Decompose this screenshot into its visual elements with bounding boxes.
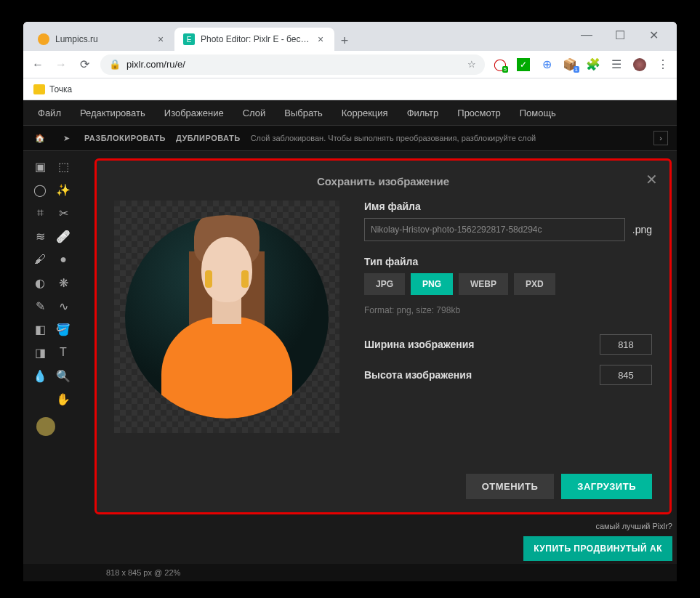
type-jpg-button[interactable]: JPG <box>364 273 405 295</box>
blur-tool-icon[interactable]: ● <box>52 249 74 270</box>
arrow-tool-icon[interactable]: ➤ <box>58 130 74 146</box>
close-icon[interactable]: × <box>315 34 326 44</box>
tab-pixlr[interactable]: E Photo Editor: Pixlr E - бесплатны × <box>174 28 334 51</box>
move-tool-icon[interactable]: ▣ <box>29 155 51 177</box>
bookmark-item[interactable]: Точка <box>49 84 72 94</box>
url-input[interactable]: 🔒 pixlr.com/ru/e/ ☆ <box>100 54 485 75</box>
ext-icon[interactable]: ⊕ <box>540 58 553 71</box>
menubar: Файл Редактировать Изображение Слой Выбр… <box>23 100 677 125</box>
lasso-tool-icon[interactable]: ◯ <box>29 179 51 201</box>
close-icon[interactable]: × <box>156 34 166 44</box>
chevron-right-icon[interactable]: › <box>653 131 668 145</box>
unlock-button[interactable]: РАЗБЛОКИРОВАТЬ <box>84 134 166 142</box>
forward-icon[interactable]: → <box>54 57 68 72</box>
filename-input[interactable] <box>364 218 625 241</box>
favicon-icon <box>38 33 49 45</box>
marquee-tool-icon[interactable]: ⬚ <box>52 155 74 177</box>
reload-icon[interactable]: ⟳ <box>77 57 92 72</box>
window-controls: — ☐ ✕ <box>576 25 671 51</box>
height-label: Высота изображения <box>364 369 472 381</box>
filetype-buttons: JPG PNG WEBP PXD <box>364 273 652 295</box>
minimize-icon[interactable]: — <box>576 25 597 45</box>
image-preview <box>114 201 339 433</box>
reading-list-icon[interactable]: ☰ <box>610 58 623 71</box>
menu-edit[interactable]: Редактировать <box>80 108 145 118</box>
menu-file[interactable]: Файл <box>38 108 61 118</box>
gradient-tool-icon[interactable]: ◨ <box>29 342 51 363</box>
avatar-icon[interactable] <box>633 58 646 71</box>
lock-message: Слой заблокирован. Чтобы выполнять преоб… <box>251 134 536 142</box>
promo-text: самый лучший Pixlr? <box>523 522 672 530</box>
hand-tool-icon[interactable]: ✋ <box>52 388 74 410</box>
tab-title: Lumpics.ru <box>55 34 150 44</box>
canvas-info: 818 x 845 px @ 22% <box>106 568 180 577</box>
folder-icon <box>33 84 45 94</box>
fill-tool-icon[interactable]: 🪣 <box>52 318 74 340</box>
eraser-tool-icon[interactable]: ◧ <box>29 318 51 340</box>
menu-select[interactable]: Выбрать <box>284 108 322 118</box>
type-pxd-button[interactable]: PXD <box>514 273 555 295</box>
close-window-icon[interactable]: ✕ <box>643 25 664 45</box>
color-swatch[interactable] <box>36 417 55 436</box>
lock-icon: 🔒 <box>109 59 121 70</box>
brush-tool-icon[interactable]: 🖌 <box>29 249 51 270</box>
bookmarks-bar: Точка <box>23 78 677 100</box>
menu-image[interactable]: Изображение <box>164 108 224 118</box>
cancel-button[interactable]: ОТМЕНИТЬ <box>466 474 555 499</box>
heal-tool-icon[interactable]: 🩹 <box>52 225 74 247</box>
dodge-tool-icon[interactable]: ◐ <box>29 272 51 294</box>
ext-icon[interactable]: 📦1 <box>563 58 576 71</box>
sponge-tool-icon[interactable]: ❋ <box>52 272 74 294</box>
eyedropper-tool-icon[interactable]: 💧 <box>29 365 51 387</box>
wand-tool-icon[interactable]: ✨ <box>52 179 74 201</box>
type-webp-button[interactable]: WEBP <box>459 273 508 295</box>
menu-filter[interactable]: Фильтр <box>407 108 439 118</box>
maximize-icon[interactable]: ☐ <box>610 25 630 45</box>
text-tool-icon[interactable]: T <box>52 342 74 363</box>
status-bar: 818 x 845 px @ 22% <box>23 564 677 581</box>
titlebar: Lumpics.ru × E Photo Editor: Pixlr E - б… <box>23 22 677 51</box>
star-icon[interactable]: ☆ <box>467 59 476 70</box>
close-icon[interactable]: ✕ <box>645 171 658 188</box>
menu-layer[interactable]: Слой <box>243 108 266 118</box>
new-tab-button[interactable]: + <box>334 31 355 51</box>
extensions: ◯5 ✓ ⊕ 📦1 🧩 ☰ ⋮ <box>494 58 669 71</box>
promo-banner: самый лучший Pixlr? КУПИТЬ ПРОДВИНУТЫЙ А… <box>523 522 672 561</box>
download-button[interactable]: ЗАГРУЗИТЬ <box>561 474 652 499</box>
home-icon[interactable]: 🏠 <box>32 130 48 146</box>
height-input[interactable] <box>600 365 652 385</box>
menu-help[interactable]: Помощь <box>520 108 556 118</box>
zoom-tool-icon[interactable]: 🔍 <box>52 365 74 387</box>
liquify-tool-icon[interactable]: ≋ <box>29 225 51 247</box>
dialog-title: Сохранить изображение <box>114 172 652 201</box>
tools-sidebar: ▣ ⬚ ◯ ✨ ⌗ ✂ ≋ 🩹 🖌 ● ◐ ❋ ✎ ∿ ◧ 🪣 ◨ T 💧 🔍 <box>23 151 80 561</box>
duplicate-button[interactable]: ДУБЛИРОВАТЬ <box>176 134 241 142</box>
save-dialog: Сохранить изображение ✕ Имя файла .png Т… <box>94 158 672 514</box>
ext-icon[interactable]: ◯5 <box>494 58 507 71</box>
options-bar: 🏠 ➤ РАЗБЛОКИРОВАТЬ ДУБЛИРОВАТЬ Слой забл… <box>23 125 677 151</box>
favicon-icon: E <box>183 33 195 45</box>
extension-label: .png <box>632 224 652 235</box>
menu-view[interactable]: Просмотр <box>457 108 500 118</box>
save-form: Имя файла .png Тип файла JPG PNG WEBP PX… <box>364 201 652 433</box>
width-input[interactable] <box>600 334 652 355</box>
address-bar: ← → ⟳ 🔒 pixlr.com/ru/e/ ☆ ◯5 ✓ ⊕ 📦1 🧩 ☰ … <box>23 51 677 78</box>
width-label: Ширина изображения <box>364 339 474 350</box>
tab-title: Photo Editor: Pixlr E - бесплатны <box>201 34 310 44</box>
menu-correction[interactable]: Коррекция <box>342 108 388 118</box>
menu-icon[interactable]: ⋮ <box>656 58 669 71</box>
filename-label: Имя файла <box>364 201 652 212</box>
ext-icon[interactable]: ✓ <box>517 58 530 71</box>
tab-lumpics[interactable]: Lumpics.ru × <box>29 28 174 51</box>
extensions-icon[interactable]: 🧩 <box>587 58 600 71</box>
draw-tool-icon[interactable]: ∿ <box>52 295 74 317</box>
cut-tool-icon[interactable]: ✂ <box>52 202 74 224</box>
crop-tool-icon[interactable]: ⌗ <box>29 202 51 224</box>
back-icon[interactable]: ← <box>31 57 45 72</box>
buy-premium-button[interactable]: КУПИТЬ ПРОДВИНУТЫЙ АК <box>523 536 672 561</box>
type-png-button[interactable]: PNG <box>411 273 453 295</box>
filetype-label: Тип файла <box>364 256 652 267</box>
url-text: pixlr.com/ru/e/ <box>126 59 185 70</box>
pen-tool-icon[interactable]: ✎ <box>29 295 51 317</box>
format-info: Format: png, size: 798kb <box>364 305 652 315</box>
